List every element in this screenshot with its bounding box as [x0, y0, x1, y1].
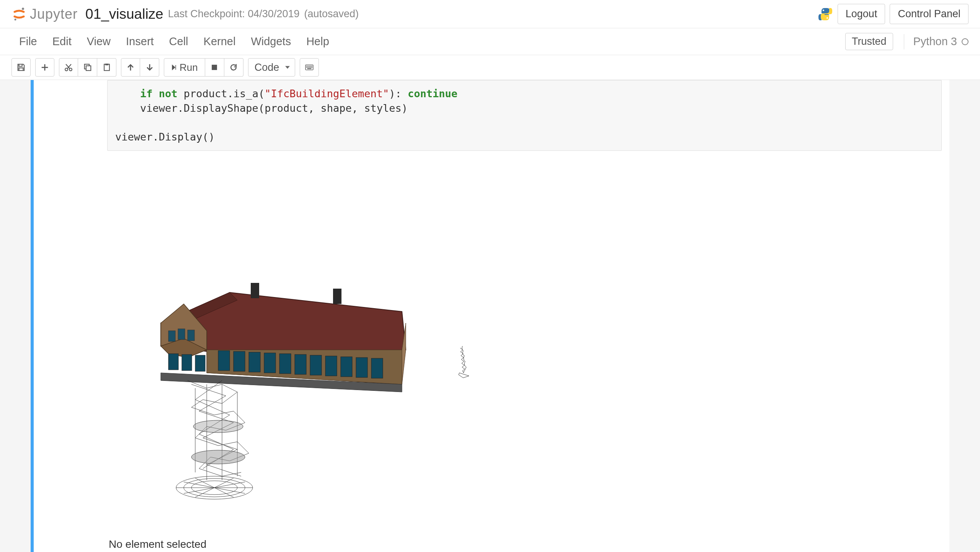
clipboard-icon [103, 63, 111, 72]
svg-rect-19 [309, 67, 310, 68]
menu-edit[interactable]: Edit [45, 31, 79, 52]
logout-button[interactable]: Logout [838, 4, 885, 24]
cell-content: if not product.is_a("IfcBuildingElement"… [107, 80, 949, 552]
svg-rect-41 [279, 354, 291, 374]
arrow-down-icon [145, 63, 154, 72]
move-up-button[interactable] [121, 58, 140, 77]
trusted-indicator[interactable]: Trusted [845, 33, 893, 50]
jupyter-icon [11, 7, 27, 22]
cut-button[interactable] [59, 58, 78, 77]
header-right: Logout Control Panel [818, 4, 969, 24]
svg-point-4 [65, 68, 68, 71]
menubar: File Edit View Insert Cell Kernel Widget… [0, 28, 980, 55]
svg-rect-44 [325, 356, 337, 376]
copy-button[interactable] [78, 58, 97, 77]
code-kw-continue: continue [408, 88, 457, 100]
svg-rect-45 [341, 357, 352, 377]
run-button[interactable]: Run [164, 58, 205, 77]
menu-widgets[interactable]: Widgets [243, 31, 299, 52]
viewer-status-text: No element selected [109, 538, 942, 550]
run-label: Run [180, 62, 198, 73]
save-button[interactable] [11, 58, 31, 77]
svg-rect-39 [249, 352, 260, 372]
svg-rect-35 [182, 354, 192, 371]
svg-point-5 [69, 68, 72, 71]
menu-cell[interactable]: Cell [162, 31, 196, 52]
notebook-title[interactable]: 01_visualize [85, 6, 163, 22]
menu-help[interactable]: Help [299, 31, 337, 52]
svg-rect-9 [105, 64, 108, 65]
svg-point-52 [191, 450, 245, 464]
menu-insert[interactable]: Insert [118, 31, 162, 52]
header: Jupyter 01_visualize Last Checkpoint: 04… [0, 0, 980, 28]
code-cell[interactable]: if not product.is_a("IfcBuildingElement"… [31, 80, 949, 552]
arrow-up-icon [126, 63, 135, 72]
code-input[interactable]: if not product.is_a("IfcBuildingElement"… [107, 80, 942, 151]
3d-viewer-canvas[interactable] [107, 158, 547, 534]
jupyter-logo[interactable]: Jupyter [11, 6, 78, 22]
menubar-right: Trusted Python 3 [845, 33, 969, 50]
svg-rect-26 [333, 289, 341, 304]
code-text-call: product.is_a( [178, 88, 265, 100]
svg-point-2 [823, 10, 824, 11]
svg-rect-17 [306, 67, 307, 68]
command-palette-button[interactable] [300, 58, 319, 77]
svg-rect-42 [295, 354, 306, 374]
kernel-name-text: Python 3 [913, 35, 957, 48]
svg-rect-34 [168, 354, 178, 370]
stop-icon [210, 63, 219, 72]
svg-rect-31 [188, 330, 194, 341]
svg-rect-13 [307, 66, 308, 67]
svg-rect-37 [218, 351, 230, 371]
kernel-idle-icon [962, 38, 969, 45]
svg-rect-12 [306, 66, 307, 67]
keyboard-icon [305, 63, 314, 72]
move-down-button[interactable] [140, 58, 159, 77]
notebook-container: if not product.is_a("IfcBuildingElement"… [31, 80, 949, 552]
refresh-icon [229, 63, 238, 72]
code-line-4: viewer.Display() [115, 131, 215, 143]
notebook-area: if not product.is_a("IfcBuildingElement"… [0, 80, 980, 552]
stop-button[interactable] [205, 58, 224, 77]
restart-button[interactable] [224, 58, 243, 77]
checkpoint-text: Last Checkpoint: 04/30/2019 [168, 8, 300, 20]
copy-icon [83, 63, 92, 72]
code-line-2: viewer.DisplayShape(product, shape, styl… [115, 102, 408, 114]
cell-type-select[interactable]: Code [248, 58, 295, 77]
menu-file[interactable]: File [11, 31, 45, 52]
wireframe-lamp [459, 346, 469, 378]
cell-type-select-wrap: Code [248, 58, 295, 77]
menu-kernel[interactable]: Kernel [196, 31, 243, 52]
svg-rect-25 [251, 283, 259, 298]
svg-rect-16 [311, 66, 312, 67]
kernel-name: Python 3 [904, 34, 969, 49]
svg-point-1 [15, 18, 16, 20]
output-area: No element selected [107, 151, 942, 552]
svg-rect-7 [86, 66, 90, 70]
svg-point-3 [826, 17, 828, 19]
svg-rect-18 [307, 67, 308, 68]
svg-rect-20 [310, 67, 311, 68]
add-cell-button[interactable] [35, 58, 54, 77]
svg-rect-21 [311, 67, 312, 68]
code-str: "IfcBuildingElement" [265, 88, 389, 100]
svg-rect-43 [310, 355, 322, 375]
paste-button[interactable] [97, 58, 116, 77]
control-panel-button[interactable]: Control Panel [890, 4, 969, 24]
wireframe-geometry [176, 381, 253, 499]
save-icon [17, 63, 25, 72]
scissors-icon [64, 63, 73, 72]
svg-rect-30 [178, 329, 185, 340]
svg-point-53 [193, 420, 243, 433]
svg-rect-14 [309, 66, 310, 67]
plus-icon [41, 63, 49, 72]
svg-rect-10 [212, 65, 217, 70]
autosave-text: (autosaved) [304, 8, 359, 20]
jupyter-logo-text: Jupyter [30, 6, 78, 22]
svg-rect-22 [307, 68, 311, 69]
3d-model-rendering [107, 158, 547, 534]
menu-view[interactable]: View [79, 31, 118, 52]
code-kw-ifnot: if not [115, 88, 178, 100]
python-icon [818, 7, 833, 22]
play-step-icon [171, 63, 177, 72]
